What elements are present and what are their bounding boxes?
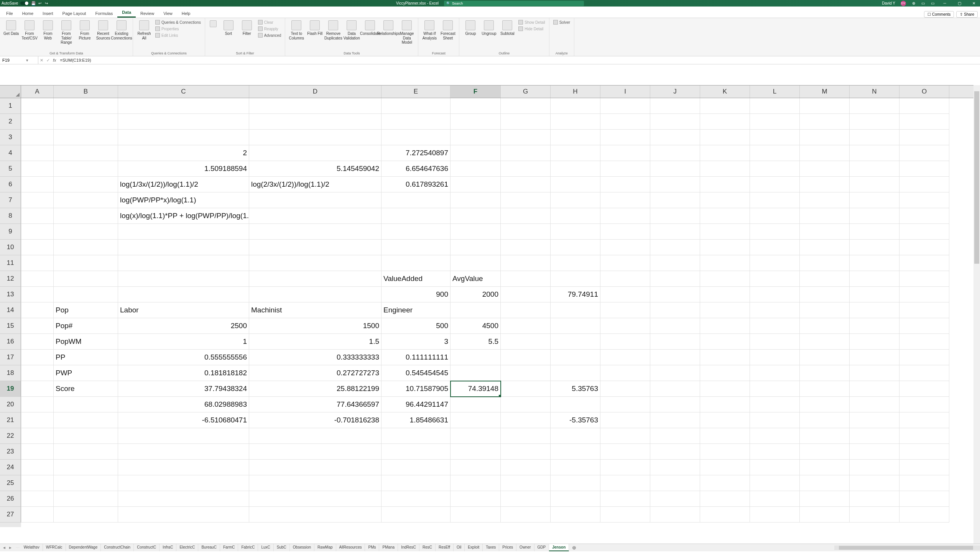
cell-G23[interactable]	[501, 444, 551, 460]
cell-H27[interactable]	[551, 507, 600, 522]
cell-N27[interactable]	[850, 507, 899, 522]
cell-M7[interactable]	[800, 192, 850, 208]
cell-G1[interactable]	[501, 98, 551, 114]
cell-N19[interactable]	[850, 381, 899, 397]
row-header-19[interactable]: 19	[0, 381, 21, 397]
cell-D21[interactable]: -0.701816238	[249, 412, 381, 428]
row-header-10[interactable]: 10	[0, 240, 21, 255]
cell-A9[interactable]	[21, 224, 54, 240]
cell-A25[interactable]	[21, 475, 54, 491]
column-header-B[interactable]: B	[54, 85, 118, 98]
add-sheet-button[interactable]: ⊕	[569, 545, 579, 550]
row-header-4[interactable]: 4	[0, 145, 21, 161]
cell-C24[interactable]	[118, 460, 249, 475]
cell-M6[interactable]	[800, 177, 850, 192]
cell-A4[interactable]	[21, 145, 54, 161]
cell-G10[interactable]	[501, 240, 551, 255]
cell-O25[interactable]	[899, 475, 949, 491]
cell-B27[interactable]	[54, 507, 118, 522]
cell-J12[interactable]	[650, 271, 700, 287]
cell-F14[interactable]	[451, 302, 501, 318]
cell-L3[interactable]	[750, 130, 800, 145]
cell-O11[interactable]	[899, 255, 949, 271]
cell-C6[interactable]: log(1/3x/(1/2))/log(1.1)/2	[118, 177, 249, 192]
cell-J25[interactable]	[650, 475, 700, 491]
cell-G4[interactable]	[501, 145, 551, 161]
cell-F19[interactable]: 74.39148	[451, 381, 501, 397]
cell-D1[interactable]	[249, 98, 381, 114]
cell-G16[interactable]	[501, 334, 551, 350]
cell-G17[interactable]	[501, 350, 551, 365]
cell-D6[interactable]: log(2/3x/(1/2))/log(1.1)/2	[249, 177, 381, 192]
column-header-G[interactable]: G	[501, 85, 551, 98]
sheet-scroll-left-icon[interactable]: ◄	[2, 545, 6, 550]
cell-D25[interactable]	[249, 475, 381, 491]
cell-B10[interactable]	[54, 240, 118, 255]
cell-C20[interactable]: 68.02988983	[118, 397, 249, 412]
text-to-columns-button[interactable]: Text to Columns	[288, 19, 305, 41]
row-header-11[interactable]: 11	[0, 255, 21, 271]
cell-E25[interactable]	[381, 475, 451, 491]
cell-F20[interactable]	[451, 397, 501, 412]
cell-O10[interactable]	[899, 240, 949, 255]
cell-K4[interactable]	[700, 145, 750, 161]
queries-connections-button[interactable]: Queries & Connections	[154, 19, 202, 25]
redo-icon[interactable]: ↪	[44, 1, 48, 5]
row-header-6[interactable]: 6	[0, 177, 21, 192]
cell-K20[interactable]	[700, 397, 750, 412]
clear-button[interactable]: Clear	[257, 19, 283, 25]
row-header-9[interactable]: 9	[0, 224, 21, 240]
cell-D27[interactable]	[249, 507, 381, 522]
cell-K9[interactable]	[700, 224, 750, 240]
cell-O12[interactable]	[899, 271, 949, 287]
cell-A6[interactable]	[21, 177, 54, 192]
cell-M3[interactable]	[800, 130, 850, 145]
cell-G14[interactable]	[501, 302, 551, 318]
cell-F18[interactable]	[451, 365, 501, 381]
cell-N17[interactable]	[850, 350, 899, 365]
cell-G9[interactable]	[501, 224, 551, 240]
cell-H18[interactable]	[551, 365, 600, 381]
cell-N1[interactable]	[850, 98, 899, 114]
cell-G13[interactable]	[501, 287, 551, 302]
cell-N3[interactable]	[850, 130, 899, 145]
cell-I11[interactable]	[600, 255, 650, 271]
column-header-F[interactable]: F	[451, 85, 501, 98]
cell-E5[interactable]: 6.654647636	[381, 161, 451, 177]
row-header-14[interactable]: 14	[0, 302, 21, 318]
cell-C17[interactable]: 0.555555556	[118, 350, 249, 365]
cell-I12[interactable]	[600, 271, 650, 287]
sort-button[interactable]: Sort	[220, 19, 237, 37]
cell-F26[interactable]	[451, 491, 501, 507]
column-header-A[interactable]: A	[21, 85, 54, 98]
cell-I8[interactable]	[600, 208, 650, 224]
cell-A10[interactable]	[21, 240, 54, 255]
cell-E23[interactable]	[381, 444, 451, 460]
cell-E4[interactable]: 7.272540897	[381, 145, 451, 161]
cell-M18[interactable]	[800, 365, 850, 381]
cell-H7[interactable]	[551, 192, 600, 208]
cell-M9[interactable]	[800, 224, 850, 240]
cell-B8[interactable]	[54, 208, 118, 224]
cell-A22[interactable]	[21, 428, 54, 444]
cell-B9[interactable]	[54, 224, 118, 240]
close-button[interactable]: ✕	[969, 1, 978, 6]
cell-B11[interactable]	[54, 255, 118, 271]
cell-J11[interactable]	[650, 255, 700, 271]
cell-N9[interactable]	[850, 224, 899, 240]
cell-B17[interactable]: PP	[54, 350, 118, 365]
cell-L2[interactable]	[750, 114, 800, 130]
cell-D22[interactable]	[249, 428, 381, 444]
mode-icon[interactable]: ▭	[921, 1, 925, 5]
cell-D17[interactable]: 0.333333333	[249, 350, 381, 365]
sheet-tab-subc[interactable]: SubC	[274, 544, 290, 551]
cell-C14[interactable]: Labor	[118, 302, 249, 318]
cell-K10[interactable]	[700, 240, 750, 255]
cell-D23[interactable]	[249, 444, 381, 460]
cell-B1[interactable]	[54, 98, 118, 114]
cell-H24[interactable]	[551, 460, 600, 475]
column-header-J[interactable]: J	[650, 85, 700, 98]
cell-B3[interactable]	[54, 130, 118, 145]
reapply-button[interactable]: Reapply	[257, 26, 283, 32]
cell-M1[interactable]	[800, 98, 850, 114]
